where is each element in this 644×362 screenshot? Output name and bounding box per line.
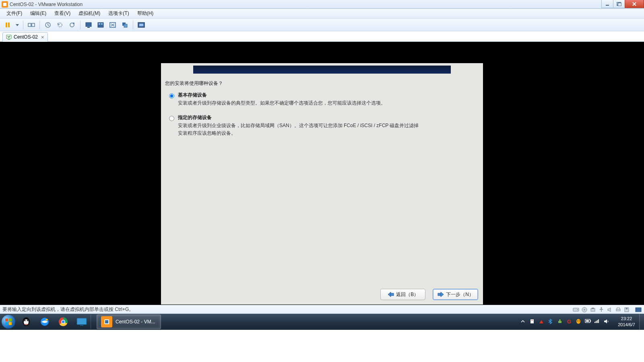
svg-rect-28 bbox=[591, 309, 595, 311]
option-specialized-desc: 安装或者升级到企业级设备，比如存储局域网（SAN）。这个选项可让您添加 FCoE… bbox=[178, 122, 419, 137]
maximize-button[interactable] bbox=[613, 0, 625, 8]
svg-rect-36 bbox=[5, 319, 8, 321]
svg-rect-18 bbox=[124, 24, 127, 27]
pinned-qq[interactable] bbox=[17, 315, 35, 329]
svg-rect-2 bbox=[618, 3, 621, 6]
snapshot-button[interactable] bbox=[43, 20, 53, 30]
svg-rect-12 bbox=[87, 27, 90, 28]
window-title: CentOS-02 - VMware Workstation bbox=[10, 2, 83, 7]
message-log-icon[interactable] bbox=[635, 306, 642, 313]
installer-header-bar bbox=[193, 66, 451, 74]
taskbar-separator bbox=[91, 315, 91, 329]
radio-specialized-storage[interactable] bbox=[169, 116, 174, 121]
svg-rect-66 bbox=[598, 319, 599, 323]
svg-rect-50 bbox=[80, 325, 83, 326]
arrow-left-icon bbox=[387, 292, 394, 297]
svg-rect-62 bbox=[586, 320, 589, 322]
show-console-button[interactable] bbox=[83, 20, 94, 30]
usb-controller-icon[interactable] bbox=[598, 306, 605, 313]
taskbar-clock[interactable]: 23:22 2014/6/7 bbox=[614, 316, 639, 328]
unity-button[interactable] bbox=[120, 20, 130, 30]
printer-icon[interactable] bbox=[615, 306, 621, 313]
vm-tab-centos02[interactable]: CentOS-02 × bbox=[2, 32, 48, 42]
option-basic-desc: 安装或者升级到存储设备的典型类型。如果您不确定哪个选项适合您，您可能应该选择这个… bbox=[178, 99, 386, 107]
svg-point-57 bbox=[576, 319, 580, 324]
menu-tabs[interactable]: 选项卡(T) bbox=[104, 8, 133, 19]
vmware-app-icon bbox=[2, 1, 8, 8]
svg-point-58 bbox=[577, 321, 578, 321]
option-specialized-title: 指定的存储设备 bbox=[178, 114, 419, 121]
storage-option-specialized[interactable]: 指定的存储设备 安装或者升级到企业级设备，比如存储局域网（SAN）。这个选项可让… bbox=[165, 114, 479, 137]
tray-qq-icon[interactable] bbox=[576, 319, 582, 325]
manage-snapshot-button[interactable] bbox=[67, 20, 77, 30]
svg-rect-52 bbox=[105, 320, 108, 323]
network-adapter-icon[interactable] bbox=[590, 306, 596, 313]
minimize-button[interactable] bbox=[601, 0, 613, 8]
menu-view[interactable]: 查看(V) bbox=[50, 8, 74, 19]
thumbnail-view-button[interactable] bbox=[95, 20, 106, 30]
svg-rect-5 bbox=[28, 23, 31, 27]
tray-network-icon[interactable] bbox=[539, 319, 545, 325]
start-button[interactable] bbox=[0, 314, 17, 330]
back-button-label: 返回（B） bbox=[396, 291, 419, 298]
pinned-explorer[interactable] bbox=[73, 315, 91, 329]
option-basic-title: 基本存储设备 bbox=[178, 92, 386, 99]
svg-rect-13 bbox=[98, 23, 103, 27]
cd-dvd-icon[interactable] bbox=[581, 306, 588, 313]
menu-vm[interactable]: 虚拟机(M) bbox=[74, 8, 104, 19]
tray-safely-remove-icon[interactable] bbox=[557, 319, 564, 325]
toolbar-separator bbox=[39, 21, 40, 29]
tray-power-icon[interactable] bbox=[585, 319, 591, 325]
sound-card-icon[interactable] bbox=[607, 306, 613, 313]
next-button[interactable]: 下一步（N） bbox=[433, 289, 478, 300]
svg-point-48 bbox=[62, 321, 65, 323]
installer-question: 您的安装将使用哪种设备？ bbox=[165, 80, 479, 87]
menu-edit[interactable]: 编辑(E) bbox=[26, 8, 50, 19]
tray-antivirus-icon[interactable]: G bbox=[566, 319, 573, 325]
svg-point-8 bbox=[58, 23, 62, 27]
vmware-taskbar-icon bbox=[101, 316, 112, 327]
arrow-right-icon bbox=[437, 292, 444, 297]
menu-bar: 文件(F) 编辑(E) 查看(V) 虚拟机(M) 选项卡(T) 帮助(H) bbox=[0, 9, 644, 19]
windows-taskbar: CentOS-02 - VM... G 23:22 2014/6/7 bbox=[0, 314, 644, 330]
back-button[interactable]: 返回（B） bbox=[380, 289, 425, 300]
svg-rect-54 bbox=[558, 321, 561, 323]
hard-disk-icon[interactable] bbox=[573, 306, 579, 313]
tray-action-center-icon[interactable] bbox=[529, 319, 536, 325]
svg-rect-14 bbox=[99, 23, 100, 25]
svg-rect-63 bbox=[594, 322, 595, 323]
menu-help[interactable]: 帮助(H) bbox=[133, 8, 158, 19]
svg-rect-61 bbox=[590, 320, 591, 322]
windows-logo-icon bbox=[4, 318, 12, 326]
tray-volume-icon[interactable] bbox=[603, 319, 610, 325]
tray-wifi-icon[interactable] bbox=[594, 319, 601, 325]
revert-snapshot-button[interactable] bbox=[55, 20, 65, 30]
devices-button[interactable] bbox=[26, 20, 37, 30]
vm-console-viewport[interactable]: 您的安装将使用哪种设备？ 基本存储设备 安装或者升级到存储设备的典型类型。如果您… bbox=[0, 42, 644, 305]
floppy-icon[interactable] bbox=[623, 306, 630, 313]
tray-show-hidden-icon[interactable] bbox=[520, 319, 526, 325]
close-button[interactable] bbox=[625, 0, 644, 8]
tray-bluetooth-icon[interactable] bbox=[548, 319, 554, 325]
svg-rect-53 bbox=[531, 320, 533, 321]
menu-file[interactable]: 文件(F) bbox=[2, 8, 26, 19]
svg-rect-65 bbox=[597, 320, 598, 323]
svg-rect-37 bbox=[9, 319, 12, 321]
stretch-guest-button[interactable] bbox=[107, 20, 118, 30]
close-tab-icon[interactable]: × bbox=[41, 35, 44, 40]
taskbar-item-vmware[interactable]: CentOS-02 - VM... bbox=[97, 315, 161, 329]
svg-point-55 bbox=[559, 319, 561, 321]
pause-vm-button[interactable] bbox=[2, 20, 13, 30]
show-desktop-button[interactable] bbox=[639, 314, 644, 330]
svg-rect-11 bbox=[86, 23, 91, 27]
fullscreen-button[interactable] bbox=[136, 20, 147, 30]
installer-header bbox=[161, 63, 483, 74]
toolbar-dropdown[interactable] bbox=[14, 20, 20, 30]
svg-point-10 bbox=[73, 23, 74, 24]
radio-basic-storage[interactable] bbox=[169, 93, 174, 99]
pinned-chrome[interactable] bbox=[54, 315, 72, 329]
svg-rect-22 bbox=[390, 293, 394, 296]
storage-option-basic[interactable]: 基本存储设备 安装或者升级到存储设备的典型类型。如果您不确定哪个选项适合您，您可… bbox=[165, 92, 479, 107]
pinned-ie[interactable] bbox=[36, 315, 54, 329]
status-hint: 要将输入定向到该虚拟机，请在虚拟机内部单击或按 Ctrl+G。 bbox=[2, 306, 134, 313]
